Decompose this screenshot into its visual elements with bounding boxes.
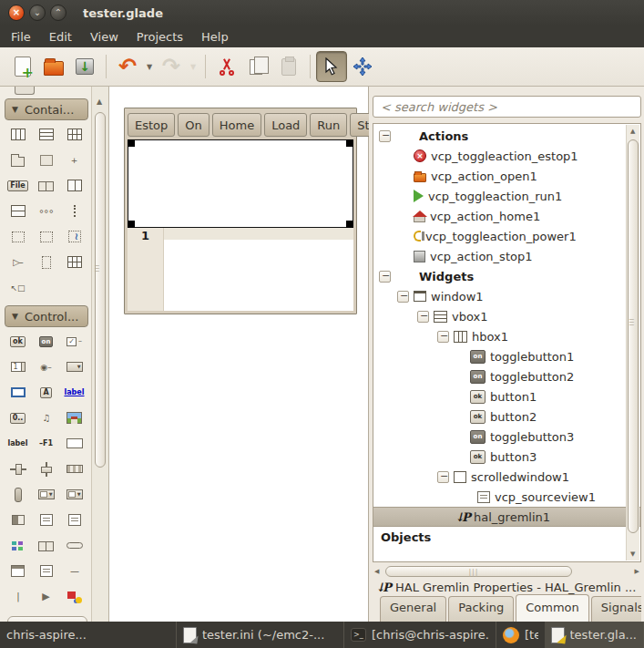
hscrollbar-track[interactable]: ||| (382, 566, 631, 577)
collapse-expander-icon[interactable] (379, 271, 391, 283)
palette-item-vseparator[interactable] (60, 202, 88, 220)
designed-button[interactable]: Run (310, 113, 347, 137)
hscrollbar-thumb[interactable] (385, 566, 572, 577)
palette-item-hruler[interactable] (4, 228, 32, 245)
tree-row[interactable]: vbox1 (373, 306, 626, 326)
palette-item-checkbutton[interactable]: ✓ (60, 333, 88, 350)
palette-item-hseparator[interactable]: ∘∘∘ (32, 202, 60, 220)
save-button[interactable]: ↓ (69, 51, 100, 82)
palette-item-fixed[interactable]: + (60, 151, 88, 169)
maximize-button[interactable]: ⌃ (50, 5, 66, 21)
palette-item-statusbar[interactable] (4, 511, 32, 529)
tab-{label}[interactable]: General (380, 596, 446, 622)
design-canvas[interactable]: EstopOnHomeLoadRunStop 1 (109, 87, 369, 622)
palette-hscrollbar-thumb[interactable] (7, 616, 87, 622)
palette-item-table[interactable] (60, 126, 88, 143)
designed-button[interactable]: Load (264, 113, 307, 137)
designed-button[interactable]: Home (212, 113, 261, 137)
scroll-left-icon[interactable]: ◀ (374, 568, 379, 575)
redo-button[interactable]: ↷ (156, 51, 187, 82)
palette-item-accellabel[interactable]: –F1 (32, 435, 60, 452)
menu-item[interactable]: Edit (40, 27, 81, 46)
selection-handle[interactable] (128, 221, 135, 228)
palette-item-label[interactable]: label (4, 435, 32, 452)
palette-item-vprogressbar[interactable] (4, 486, 32, 503)
palette-item-hseparator-pill[interactable] (60, 537, 88, 554)
palette-item-togglebutton[interactable]: on (32, 333, 60, 350)
palette-item-spinbutton[interactable]: 1 (4, 358, 32, 375)
close-button[interactable]: × (8, 5, 25, 21)
collapse-expander-icon[interactable] (379, 130, 391, 142)
palette-item-alignment[interactable]: ↖□ (4, 279, 32, 296)
palette-item-combobox[interactable] (60, 358, 88, 375)
palette-item-button[interactable]: ok (4, 333, 32, 350)
palette-item-arrow[interactable]: ▶ (32, 588, 60, 605)
tree-row[interactable]: button1 (373, 386, 626, 406)
palette-item-hbuttonbox[interactable] (32, 177, 60, 194)
palette-item-entry[interactable] (4, 384, 32, 401)
palette-item-comboboxentry[interactable] (60, 486, 88, 503)
palette-item-vpaned[interactable] (4, 202, 32, 220)
palette-item-vbox[interactable] (32, 126, 60, 143)
palette-item-cellview[interactable] (32, 537, 60, 554)
tab-{label}[interactable]: Signals (591, 596, 641, 622)
tree-row[interactable]: vcp_sourceview1 (373, 487, 626, 507)
taskbar-item[interactable]: tester.ini (~/emc2-... (177, 622, 344, 648)
designed-button[interactable]: On (178, 113, 209, 137)
redo-dropdown-icon[interactable]: ▼ (187, 63, 199, 71)
palette-item-iconview[interactable] (4, 537, 32, 554)
collapse-expander-icon[interactable] (437, 471, 449, 483)
tree-scrollbar-thumb[interactable] (628, 139, 639, 533)
palette-item-progressbar[interactable] (60, 460, 88, 478)
palette-item-expander[interactable]: ▷– (4, 253, 32, 271)
designed-window1[interactable]: EstopOnHomeLoadRunStop 1 (124, 108, 357, 314)
new-file-button[interactable] (7, 51, 38, 82)
palette-item-frame[interactable] (32, 151, 60, 169)
palette-item-combobox2[interactable] (32, 486, 60, 503)
palette-item-hscale-button[interactable]: 0.. (4, 409, 32, 427)
tree-row[interactable]: hbox1 (373, 326, 626, 346)
palette-item-notebook[interactable] (4, 151, 32, 169)
copy-button[interactable] (242, 51, 273, 82)
tree-row[interactable]: window1 (373, 286, 626, 306)
taskbar-item[interactable]: chris-aspire... (0, 622, 177, 648)
tree-row[interactable]: vcp_toggleaction_power1 (373, 226, 626, 246)
palette-item-textview2[interactable] (60, 511, 88, 529)
tree-row[interactable]: togglebutton3 (373, 427, 626, 447)
palette-item-hbox[interactable] (4, 126, 32, 143)
palette-item-fontbutton[interactable]: A (32, 384, 60, 401)
search-widgets-input[interactable] (373, 96, 641, 118)
palette-scrollbar-thumb[interactable] (95, 112, 106, 468)
scroll-up-icon[interactable]: ▲ (630, 128, 635, 135)
scroll-up-icon[interactable]: ▲ (97, 98, 102, 106)
taskbar-item[interactable]: >_ [chris@chris-aspire... (344, 622, 496, 648)
tree-row[interactable]: button3 (373, 447, 626, 467)
paste-button[interactable] (273, 51, 304, 82)
collapse-expander-icon[interactable] (417, 311, 429, 323)
tree-row[interactable]: togglebutton2 (373, 366, 626, 386)
menu-item[interactable]: View (81, 27, 128, 46)
controls-section-header[interactable]: ▼ Control... (5, 305, 88, 327)
drag-resize-mode-button[interactable] (347, 51, 378, 82)
undo-dropdown-icon[interactable]: ▼ (143, 63, 156, 71)
tree-vertical-scrollbar[interactable]: ▲ ─── ▼ (626, 125, 639, 561)
tree-row[interactable]: vcp_action_stop1 (373, 246, 626, 266)
tab-{label}[interactable]: Packing (448, 596, 514, 622)
designed-scrolledwindow1[interactable]: 1 (128, 228, 353, 311)
palette-item-hseparator2[interactable]: — (60, 562, 88, 580)
collapse-expander-icon[interactable] (437, 331, 449, 343)
tree-row[interactable]: vcp_toggleaction_estop1 (373, 146, 626, 166)
menu-item[interactable]: File (2, 27, 40, 46)
palette-item-textview[interactable] (32, 511, 60, 529)
selection-handle[interactable] (346, 139, 353, 147)
minimize-button[interactable]: ⌄ (29, 5, 46, 21)
selection-handle[interactable] (128, 139, 135, 147)
palette-item-text-entry[interactable] (60, 435, 88, 452)
designed-vcp-sourceview1[interactable] (164, 228, 353, 311)
palette-item-image[interactable] (60, 409, 88, 427)
menu-item[interactable]: Projects (128, 27, 192, 46)
palette-item-hscale[interactable] (4, 460, 32, 478)
designed-hal-gremlin1[interactable] (128, 139, 353, 228)
menu-item[interactable]: Help (192, 27, 238, 46)
tree-row[interactable]: vcp_action_home1 (373, 206, 626, 226)
